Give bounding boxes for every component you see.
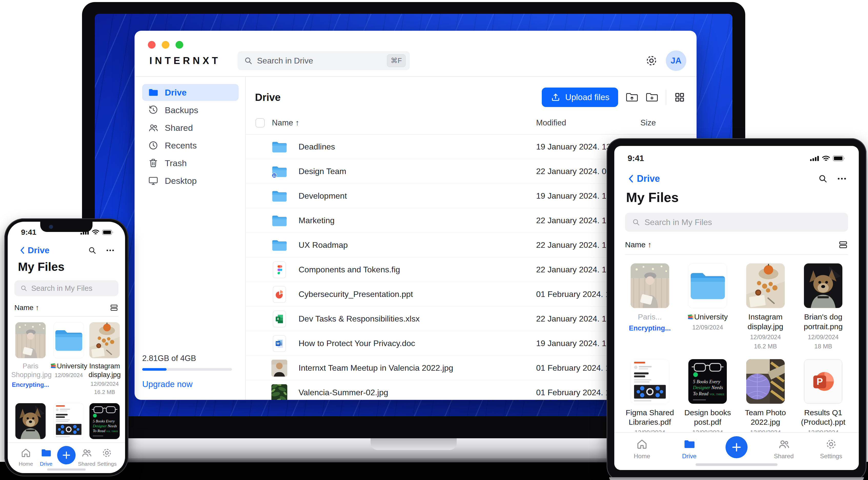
search-placeholder: Search in My Files (645, 217, 712, 227)
search-placeholder: Search in My Files (31, 284, 93, 293)
file-thumbnail (746, 264, 785, 308)
settings-gear-icon[interactable] (645, 54, 658, 67)
svg-text:Designer Needs: Designer Needs (93, 424, 117, 428)
grid-item[interactable]: Instagram display.jpg 12/09/2024 16.2 MB (740, 264, 790, 350)
sort-by-name[interactable]: Name ↑ (14, 304, 39, 312)
sidebar-item[interactable]: Backups (142, 102, 239, 118)
sort-bar: Name ↑ (625, 240, 848, 255)
phone-nav-row: Drive (8, 237, 125, 255)
tablet-device: 9:41 Drive My Files (607, 138, 866, 480)
svg-text:P: P (817, 376, 823, 387)
grid-item[interactable]: P Results Q1 (Product).ppt 12/09/2024 48… (798, 359, 848, 432)
column-size-label[interactable]: Size (641, 118, 685, 128)
file-name: Dev Tasks & Responsibilities.xlsx (299, 314, 536, 323)
search-input[interactable]: Search in Drive ⌘F (238, 51, 410, 70)
select-all-checkbox[interactable] (255, 118, 265, 128)
grid-item[interactable]: Instagram display.jpg 12/09/2024 16.2 MB (88, 322, 122, 396)
tablet-nav-row: Drive (614, 163, 859, 184)
tab-bar-item[interactable]: Settings (97, 447, 117, 473)
tab-icon (725, 436, 748, 458)
sidebar-item-label: Trash (165, 158, 187, 168)
back-button[interactable]: Drive (626, 173, 660, 184)
avatar[interactable]: JA (666, 50, 686, 71)
file-name: Figma Shared Libraries.pdf (625, 408, 675, 427)
more-options-icon[interactable] (837, 174, 847, 184)
camera-icon (49, 225, 53, 229)
content-toolbar: Drive Upload files (246, 77, 696, 115)
search-icon[interactable] (818, 174, 828, 184)
search-input[interactable]: Search in My Files (625, 213, 848, 232)
file-name: University (687, 312, 728, 322)
search-icon (20, 284, 28, 292)
search-input[interactable]: Search in My Files (14, 280, 118, 296)
grid-item[interactable]: Figma Shared Libraries.pdf 12/09/2024 87… (625, 359, 675, 432)
minimize-window-button[interactable] (162, 41, 169, 49)
file-name: Development (299, 191, 536, 201)
file-thumbnail (688, 264, 727, 308)
column-modified-label[interactable]: Modified (536, 118, 641, 128)
svg-text:5 Books Every: 5 Books Every (693, 379, 720, 384)
upload-icon (551, 92, 561, 102)
tab-bar-item[interactable]: Settings (819, 438, 843, 470)
file-name: Instagram display.jpg (740, 312, 790, 332)
chevron-left-icon (626, 174, 636, 184)
grid-item[interactable]: Brian's dog portrait.png 12/09/2024 18 M… (11, 403, 50, 442)
grid-item[interactable]: Brian's dog portrait.png 12/09/2024 18 M… (798, 264, 848, 350)
home-indicator[interactable] (695, 464, 778, 466)
upload-files-button[interactable]: Upload files (542, 88, 618, 107)
grid-item[interactable]: University 12/09/2024 (50, 322, 87, 396)
upload-folder-icon[interactable] (626, 92, 638, 103)
phone-screen: 9:41 Drive My Files (8, 222, 125, 473)
grid-item[interactable]: University 12/09/2024 (687, 264, 728, 350)
tab-bar-item[interactable]: Home (16, 447, 36, 473)
file-thumbnail (631, 359, 669, 404)
more-options-icon[interactable] (105, 246, 115, 255)
sidebar-item[interactable]: Drive (142, 84, 239, 101)
list-view-icon[interactable] (838, 240, 848, 250)
search-placeholder: Search in Drive (257, 56, 387, 66)
file-thumbnail (746, 359, 785, 404)
file-date: 12/09/2024 (634, 429, 665, 432)
back-button[interactable]: Drive (18, 245, 50, 255)
sidebar-item[interactable]: Desktop (142, 172, 239, 189)
sidebar-item[interactable]: Trash (142, 155, 239, 172)
file-type-icon (271, 237, 287, 254)
grid-view-icon[interactable] (674, 92, 685, 103)
file-type-icon (271, 163, 287, 180)
close-window-button[interactable] (148, 41, 156, 49)
file-name: Design Team (299, 167, 536, 176)
sidebar-item[interactable]: Shared (142, 119, 239, 136)
tab-label: Shared (78, 461, 95, 467)
file-thumbnail: 5 Books EveryDesigner NeedsTo Read VOL. … (688, 359, 727, 404)
tab-bar-item[interactable]: Home (630, 438, 654, 470)
phone-notch (40, 222, 93, 232)
new-folder-icon[interactable] (646, 92, 658, 103)
file-grid: Paris... Encrypting... University 12/09/… (614, 255, 859, 432)
search-icon[interactable] (88, 246, 97, 255)
grid-item[interactable]: 5 Books EveryDesigner NeedsTo Read VOL. … (88, 403, 122, 442)
grid-item[interactable]: Paris Shopping.jpg Encrypting... (11, 322, 50, 396)
list-view-icon[interactable] (110, 303, 118, 312)
sidebar-item[interactable]: Recents (142, 137, 239, 154)
sidebar-item-label: Recents (165, 141, 197, 150)
home-indicator[interactable] (47, 469, 86, 471)
grid-item[interactable]: Figma Shared Libraries.pdf 12/09/2024 87… (50, 403, 88, 442)
file-type-icon (271, 384, 287, 400)
file-thumbnail (16, 403, 45, 439)
sidebar-item-label: Shared (165, 123, 193, 133)
sort-by-name[interactable]: Name ↑ (625, 240, 651, 249)
file-thumbnail (89, 322, 120, 358)
tab-icon (683, 438, 696, 451)
page-title: My Files (8, 255, 125, 274)
tab-icon (57, 446, 75, 465)
file-type-icon: W (271, 335, 287, 352)
file-date: 12/09/2024 (808, 334, 839, 341)
grid-item[interactable]: 5 Books EveryDesigner NeedsTo Read VOL. … (682, 359, 733, 432)
back-label: Drive (637, 173, 660, 184)
zoom-window-button[interactable] (176, 41, 183, 49)
grid-item[interactable]: Team Photo 2022.jpg 12/09/2024 35 MB (740, 359, 790, 432)
grid-item[interactable]: Paris... Encrypting... (629, 264, 671, 350)
column-name-label[interactable]: Name ↑ (272, 118, 299, 128)
tab-icon (825, 438, 837, 451)
upgrade-now-link[interactable]: Upgrade now (142, 379, 239, 389)
